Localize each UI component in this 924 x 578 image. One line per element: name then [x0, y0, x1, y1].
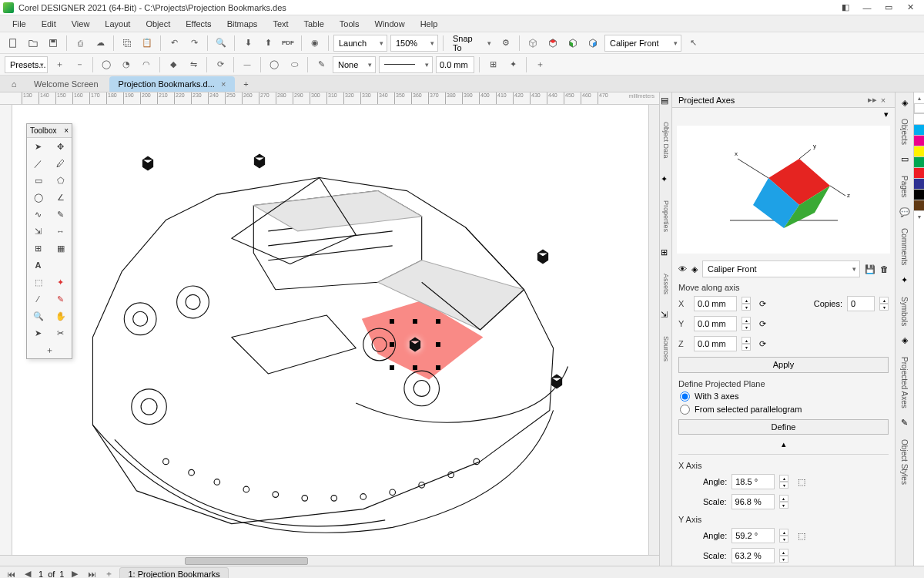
export-icon[interactable]: ⬆	[259, 35, 276, 52]
bookmark-cube-icon[interactable]	[534, 248, 551, 265]
bookmark-cube-icon[interactable]	[139, 155, 156, 172]
graph-icon[interactable]: ▦	[49, 240, 72, 257]
shape-tool-icon[interactable]: ✥	[49, 138, 72, 155]
color-swatch[interactable]	[914, 125, 924, 136]
menu-tools[interactable]: Tools	[332, 15, 367, 32]
assets-icon[interactable]: ⊞	[661, 247, 671, 258]
align-icon[interactable]: —	[239, 56, 256, 73]
color-swatch[interactable]	[914, 168, 924, 179]
outline-style-dropdown[interactable]	[379, 56, 433, 73]
color-swatch[interactable]	[914, 200, 924, 211]
radio-parallelogram[interactable]	[680, 405, 690, 415]
vtab-styles-icon[interactable]: ✎	[898, 416, 912, 430]
color-swatch[interactable]	[914, 179, 924, 190]
tab-welcome[interactable]: Welcome Screen	[25, 76, 108, 92]
launch-dropdown[interactable]: Launch	[333, 35, 387, 52]
y-scale-input[interactable]	[732, 548, 775, 563]
page-prev-icon[interactable]: ◀	[22, 569, 34, 578]
palette-down-icon[interactable]: ▾	[914, 211, 924, 222]
curve-icon[interactable]: ∿	[27, 206, 49, 223]
zoom-icon[interactable]: 🔍	[27, 307, 49, 324]
color-swatch[interactable]	[914, 190, 924, 200]
menu-table[interactable]: Table	[296, 15, 332, 32]
linear-icon[interactable]: ∠	[49, 189, 72, 206]
ruler-horizontal[interactable]: 1301401501601701801902002102202302402502…	[0, 92, 659, 105]
menu-effects[interactable]: Effects	[178, 15, 219, 32]
add-icon[interactable]: ＋	[531, 56, 548, 73]
vtab-styles[interactable]: Object Styles	[899, 433, 910, 491]
menu-object[interactable]: Object	[138, 15, 178, 32]
menu-file[interactable]: File	[5, 15, 34, 32]
pick-tool-icon[interactable]: ➤	[27, 138, 49, 155]
flip-icon[interactable]: ⇋	[185, 56, 202, 73]
search-icon[interactable]: 🔍	[213, 35, 229, 52]
docker-menu-icon[interactable]: ▾	[884, 109, 889, 119]
swatch-none[interactable]	[914, 103, 924, 114]
eyedropper-icon[interactable]: ⁄	[27, 291, 49, 307]
copy-icon[interactable]: ⿻	[119, 35, 136, 52]
radio-3axes[interactable]	[680, 391, 690, 402]
ellipse-icon[interactable]: ◯	[98, 56, 115, 73]
menu-bitmaps[interactable]: Bitmaps	[219, 15, 266, 32]
pdf-icon[interactable]: PDF	[280, 35, 296, 52]
properties-icon[interactable]: ✦	[661, 174, 671, 185]
midtab-properties[interactable]: Properties	[661, 196, 671, 237]
rectangle-icon[interactable]: ▭	[27, 172, 49, 189]
vtab-objects-icon[interactable]: ◈	[898, 96, 912, 109]
delete-preset-icon[interactable]: 🗑	[880, 264, 889, 274]
midtab-sources[interactable]: Sources	[661, 331, 671, 366]
sources-icon[interactable]: ⇲	[661, 310, 671, 321]
midtab-assets[interactable]: Assets	[661, 269, 671, 299]
maximize-button[interactable]: ▭	[878, 1, 899, 15]
x-angle-input[interactable]	[732, 474, 775, 489]
ellipse-tool-icon[interactable]: ◯	[27, 189, 49, 206]
copies-input[interactable]	[847, 296, 875, 311]
color-swatch[interactable]	[914, 146, 924, 157]
move-y-input[interactable]	[694, 316, 737, 331]
page-first-icon[interactable]: ⏮	[5, 570, 17, 579]
apply-button[interactable]: Apply	[678, 357, 889, 372]
effect-icon[interactable]: ✦	[49, 274, 72, 291]
dimension-icon[interactable]: ↔	[49, 223, 72, 240]
page-tab[interactable]: 1: Projection Bookmarks	[119, 567, 228, 579]
move-x-input[interactable]	[694, 296, 737, 311]
rotate-z-icon[interactable]: ⟳	[755, 337, 769, 351]
add-preset-icon[interactable]: ＋	[51, 56, 68, 73]
snapto-dropdown[interactable]: Snap To	[448, 35, 494, 52]
vtab-pages[interactable]: Pages	[899, 170, 910, 203]
docker-close-icon[interactable]: ×	[878, 96, 889, 105]
tab-home[interactable]: ⌂	[5, 76, 23, 92]
new-icon[interactable]	[5, 35, 22, 52]
vtab-comments-icon[interactable]: 💬	[898, 205, 912, 219]
bookmark-cube-icon[interactable]	[548, 373, 565, 390]
vtab-axes[interactable]: Projected Axes	[899, 351, 910, 415]
crop-icon[interactable]: ✂	[49, 324, 72, 341]
page-last-icon[interactable]: ⏭	[85, 570, 98, 579]
menu-help[interactable]: Help	[413, 15, 446, 32]
add-tool-icon[interactable]: ＋	[27, 341, 72, 358]
pen-tool-icon[interactable]: ✎	[49, 206, 72, 223]
vtab-axes-icon[interactable]: ◈	[898, 334, 912, 348]
halo-icon[interactable]: ✦	[504, 56, 521, 73]
shape2-icon[interactable]: ⬭	[286, 56, 303, 73]
options-icon[interactable]: ⚙	[497, 35, 514, 52]
redo-icon[interactable]: ↷	[186, 35, 203, 52]
rotate-y-icon[interactable]: ⟳	[755, 317, 769, 331]
zoom-dropdown[interactable]: 150%	[390, 35, 438, 52]
outline-fill-dropdown[interactable]: None	[333, 56, 376, 73]
artistic-icon[interactable]: 🖊	[49, 155, 72, 172]
connector-icon[interactable]: ⇲	[27, 223, 49, 240]
open-icon[interactable]	[25, 35, 42, 52]
horizontal-scrollbar[interactable]	[0, 555, 659, 566]
fill-icon[interactable]: ◆	[165, 56, 182, 73]
save-preset-icon[interactable]: 💾	[865, 264, 875, 274]
close-button[interactable]: ✕	[899, 1, 921, 15]
minimize-button[interactable]: —	[856, 1, 878, 15]
preset-select[interactable]: Caliper Front	[702, 260, 860, 277]
collapse-up-icon[interactable]: ▴	[782, 439, 786, 449]
menu-layout[interactable]: Layout	[97, 15, 138, 32]
bookmark-cube-icon[interactable]	[251, 153, 268, 170]
cloud-icon[interactable]: ☁	[92, 35, 109, 52]
outline-width-input[interactable]	[436, 56, 474, 73]
page-next-icon[interactable]: ▶	[69, 569, 81, 578]
